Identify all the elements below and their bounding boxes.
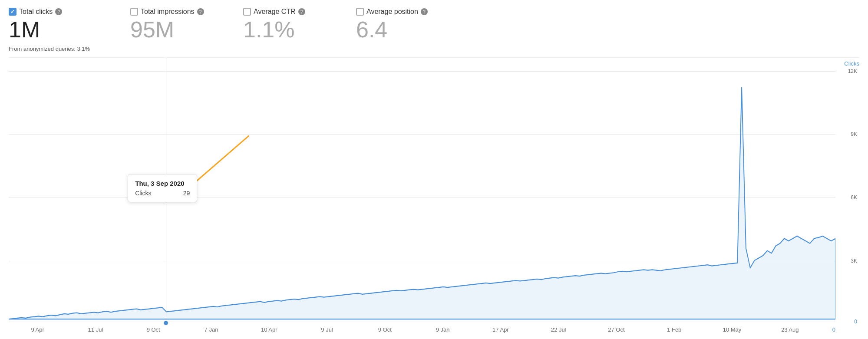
help-average-ctr[interactable]: ? [298,8,305,15]
x-label-27oct: 27 Oct [608,326,624,333]
x-label-9jul: 9 Jul [321,326,333,333]
anonymized-note: From anonymized queries: 3.1% [9,46,859,52]
y-label-12k: 12K [848,68,857,74]
checkbox-average-ctr[interactable] [243,8,251,16]
metric-header-ctr: Average CTR ? [243,8,330,16]
tooltip-title: Thu, 3 Sep 2020 [135,180,190,187]
chart-line [9,87,835,319]
checkbox-total-impressions[interactable] [130,8,138,16]
tooltip: Thu, 3 Sep 2020 Clicks 29 [128,174,197,202]
x-zero-label: 0 [832,326,835,333]
label-total-clicks: Total clicks [19,8,53,16]
checkbox-total-clicks[interactable]: ✓ [9,8,17,16]
y-label-6k: 6K [851,194,857,201]
tooltip-value: 29 [183,190,190,197]
chart-dot [164,321,168,325]
metric-header-position: Average position ? [356,8,443,16]
x-label-23aug: 23 Aug [781,326,799,333]
metric-total-impressions: Total impressions ? 95M [130,8,243,42]
x-label-10apr: 10 Apr [261,326,277,333]
label-average-ctr: Average CTR [254,8,296,16]
y-label-0: 0 [854,319,857,325]
y-label-3k: 3K [851,258,857,264]
x-label-1feb: 1 Feb [667,326,681,333]
x-label-10may: 10 May [723,326,742,333]
metric-average-position: Average position ? 6.4 [356,8,469,42]
metric-total-clicks: ✓ Total clicks ? 1M [9,8,130,42]
metric-header-clicks: ✓ Total clicks ? [9,8,113,16]
value-total-impressions: 95M [130,17,217,42]
value-average-ctr: 1.1% [243,17,330,42]
checkbox-check: ✓ [10,9,15,14]
x-label-9oct2: 9 Oct [378,326,392,333]
x-label-7jan: 7 Jan [205,326,218,333]
x-label-9oct: 9 Oct [147,326,160,333]
x-label-9jan: 9 Jan [436,326,450,333]
x-label-11jul: 11 Jul [88,326,103,333]
label-total-impressions: Total impressions [141,8,195,16]
help-total-clicks[interactable]: ? [55,8,62,15]
metric-header-impressions: Total impressions ? [130,8,217,16]
main-container: ✓ Total clicks ? 1M Total impressions ? … [0,0,868,339]
x-label-17apr: 17 Apr [492,326,509,333]
y-label-9k: 9K [851,131,857,137]
metric-average-ctr: Average CTR ? 1.1% [243,8,356,42]
x-label-9apr: 9 Apr [31,326,44,333]
tooltip-metric: Clicks [135,190,151,197]
help-total-impressions[interactable]: ? [197,8,204,15]
chart-area: Clicks 12K 9K 6K 3K 0 [9,57,859,335]
tooltip-row: Clicks 29 [135,190,190,197]
help-average-position[interactable]: ? [421,8,428,15]
metrics-row: ✓ Total clicks ? 1M Total impressions ? … [9,8,859,42]
value-total-clicks: 1M [9,17,113,42]
checkbox-average-position[interactable] [356,8,364,16]
label-average-position: Average position [366,8,418,16]
x-axis: 9 Apr 11 Jul 9 Oct 7 Jan 10 Apr 9 Jul 9 … [9,322,835,335]
y-axis-label: Clicks [844,60,859,67]
value-average-position: 6.4 [356,17,443,42]
x-label-22jul: 22 Jul [551,326,566,333]
